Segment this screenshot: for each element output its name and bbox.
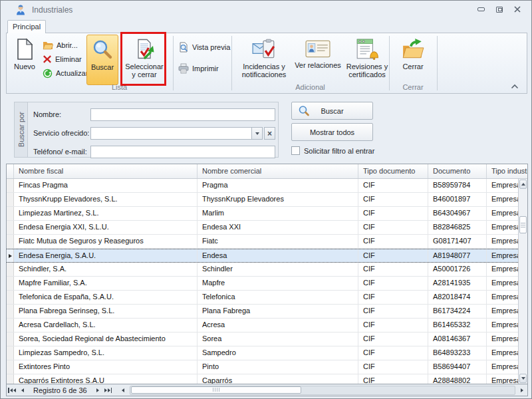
horizontal-scroll-thumb[interactable]: [131, 386, 301, 394]
table-row[interactable]: Endesa Energia, S.A.U.EndesaCIFA81948077…: [7, 249, 518, 263]
last-record-button[interactable]: [103, 385, 114, 396]
cell-documento[interactable]: A50001726: [428, 263, 487, 276]
ver-relaciones-button[interactable]: Ver relaciones: [294, 35, 342, 85]
cell-tipo-documento[interactable]: CIF: [358, 235, 428, 248]
cell-nombre-comercial[interactable]: Acresa: [198, 319, 358, 332]
table-row[interactable]: Acresa Cardellach, S.L.AcresaCIFB6146533…: [7, 319, 518, 332]
cell-documento[interactable]: B61734224: [428, 305, 487, 318]
cell-tipo-documento[interactable]: CIF: [358, 277, 428, 290]
cell-nombre-comercial[interactable]: Caparrós: [198, 374, 358, 384]
cell-documento[interactable]: B64304967: [428, 207, 487, 220]
cell-documento[interactable]: A08146367: [428, 332, 487, 346]
table-row[interactable]: Schindler, S.A.SchindlerCIFA50001726Empr…: [7, 263, 518, 277]
collapse-ribbon-chevron-icon[interactable]: [511, 84, 519, 89]
buscar-button[interactable]: Buscar: [291, 102, 373, 120]
scroll-up-button[interactable]: [519, 180, 527, 189]
buscar-ribbon-button[interactable]: Buscar: [86, 35, 118, 85]
column-header-tipo-industrial[interactable]: Tipo industri: [487, 164, 527, 178]
cell-documento[interactable]: G08171407: [428, 235, 487, 248]
column-header-tipo-documento[interactable]: Tipo documento: [358, 164, 428, 178]
cell-nombre-fiscal[interactable]: Telefonica de España, S.A.U.: [14, 291, 198, 304]
cell-tipo-industrial[interactable]: Empresa: [487, 374, 518, 384]
table-row[interactable]: ThyssnKrupp Elevadores, S.L.ThyssnKrupp …: [7, 193, 518, 207]
cell-tipo-documento[interactable]: CIF: [358, 360, 428, 374]
cell-tipo-documento[interactable]: CIF: [358, 374, 428, 384]
vertical-scrollbar[interactable]: [518, 179, 527, 384]
cell-nombre-comercial[interactable]: Telefonica: [198, 291, 358, 304]
cell-nombre-fiscal[interactable]: Endesa Energia, S.A.U.: [14, 249, 198, 262]
first-record-button[interactable]: [7, 385, 17, 396]
cell-tipo-documento[interactable]: CIF: [358, 291, 428, 304]
cell-nombre-comercial[interactable]: Mapfre: [198, 277, 358, 290]
cell-nombre-fiscal[interactable]: Sorea, Sociedad Regional de Abastecimien…: [14, 332, 198, 346]
row-indicator-cell[interactable]: [7, 193, 14, 206]
scroll-down-button[interactable]: [519, 374, 527, 383]
cell-tipo-industrial[interactable]: Empresa: [487, 249, 518, 262]
cell-nombre-fiscal[interactable]: Caparrós Extintores S.A.U: [14, 374, 198, 384]
row-indicator-cell[interactable]: [7, 277, 14, 290]
cell-documento[interactable]: B61465332: [428, 319, 487, 332]
seleccionar-y-cerrar-button[interactable]: Seleccionar y cerrar: [122, 35, 166, 85]
cell-tipo-industrial[interactable]: Empresa: [487, 305, 518, 318]
cell-tipo-industrial[interactable]: Empresa: [487, 346, 518, 360]
table-row[interactable]: Sorea, Sociedad Regional de Abastecimien…: [7, 332, 518, 346]
vertical-scroll-thumb[interactable]: [519, 216, 527, 233]
close-button[interactable]: [514, 6, 521, 13]
vista-previa-button[interactable]: Vista previa: [178, 41, 230, 53]
cell-documento[interactable]: B46001897: [428, 193, 487, 206]
cell-nombre-comercial[interactable]: Plana Fabrega: [198, 305, 358, 318]
row-indicator-cell[interactable]: [7, 221, 14, 234]
cell-tipo-industrial[interactable]: Empresa: [487, 360, 518, 374]
cell-nombre-fiscal[interactable]: Mapfre Familiar, S.A.: [14, 277, 198, 290]
telefono-email-input[interactable]: [90, 146, 275, 158]
cell-tipo-industrial[interactable]: Empresa: [487, 179, 518, 192]
tab-principal[interactable]: Principal: [7, 20, 46, 33]
cell-documento[interactable]: A28848802: [428, 374, 487, 384]
cell-tipo-industrial[interactable]: Empresa: [487, 277, 518, 290]
cell-nombre-fiscal[interactable]: Schindler, S.A.: [14, 263, 198, 276]
column-header-documento[interactable]: Documento: [428, 164, 487, 178]
table-row[interactable]: Extintores PintoPintoCIFB58694407Empresa: [7, 360, 518, 374]
cell-nombre-comercial[interactable]: Endesa: [198, 249, 358, 262]
buscar-por-side-tab[interactable]: Buscar por: [15, 102, 28, 157]
table-row[interactable]: Endesa Energia XXI, S.L.U.Endesa XXICIFB…: [7, 221, 518, 235]
cell-documento[interactable]: B58694407: [428, 360, 487, 374]
servicio-clear-button[interactable]: ×: [264, 127, 275, 140]
title-bar[interactable]: Industriales: [1, 1, 531, 19]
table-row[interactable]: Fincas PragmaPragmaCIFB58959784Empresa: [7, 179, 518, 193]
cell-nombre-fiscal[interactable]: Acresa Cardellach, S.L.: [14, 319, 198, 332]
row-indicator-cell[interactable]: [7, 346, 14, 360]
cell-tipo-documento[interactable]: CIF: [358, 346, 428, 360]
cell-documento[interactable]: B64893233: [428, 346, 487, 360]
cell-tipo-documento[interactable]: CIF: [358, 193, 428, 206]
row-indicator-cell[interactable]: [7, 305, 14, 318]
cell-tipo-industrial[interactable]: Empresa: [487, 221, 518, 234]
cell-nombre-comercial[interactable]: Endesa XXI: [198, 221, 358, 234]
row-indicator-cell[interactable]: [7, 360, 14, 374]
row-indicator-cell[interactable]: [7, 319, 14, 332]
row-indicator-cell[interactable]: [7, 374, 14, 384]
cell-nombre-fiscal[interactable]: Plana Fabrega Serinseg, S.L.: [14, 305, 198, 318]
cell-nombre-comercial[interactable]: ThyssnKrupp Elevadores: [198, 193, 358, 206]
cell-nombre-comercial[interactable]: Sampedro: [198, 346, 358, 360]
horizontal-scrollbar[interactable]: [130, 386, 515, 395]
row-indicator-cell[interactable]: [7, 263, 14, 276]
cell-tipo-documento[interactable]: CIF: [358, 319, 428, 332]
nombre-input[interactable]: [90, 108, 275, 121]
cell-tipo-industrial[interactable]: Empresa: [487, 207, 518, 220]
cell-nombre-comercial[interactable]: Pragma: [198, 179, 358, 192]
cell-tipo-documento[interactable]: CIF: [358, 249, 428, 262]
next-record-button[interactable]: [92, 385, 103, 396]
abrir-button[interactable]: Abrir...: [43, 39, 78, 51]
hscroll-left-button[interactable]: [118, 385, 128, 396]
revisiones-button[interactable]: Revisiones y certificados: [342, 35, 392, 85]
imprimir-button[interactable]: Imprimir: [178, 63, 219, 74]
cell-tipo-documento[interactable]: CIF: [358, 207, 428, 220]
incidencias-button[interactable]: Incidencias y notificaciones: [235, 35, 293, 85]
cell-nombre-comercial[interactable]: Schindler: [198, 263, 358, 276]
cell-nombre-comercial[interactable]: Fiatc: [198, 235, 358, 248]
cell-nombre-comercial[interactable]: Marlim: [198, 207, 358, 220]
cell-documento[interactable]: B58959784: [428, 179, 487, 192]
row-indicator-cell[interactable]: [7, 235, 14, 248]
cell-tipo-industrial[interactable]: Empresa: [487, 291, 518, 304]
